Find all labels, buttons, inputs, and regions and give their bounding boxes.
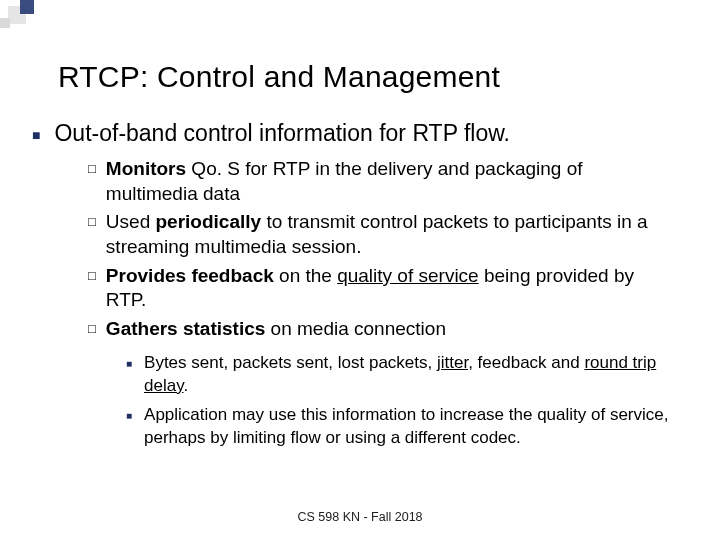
slide-footer: CS 598 KN - Fall 2018 [0, 510, 720, 524]
list-item: ■ Application may use this information t… [126, 404, 674, 450]
slide-body: RTCP: Control and Management ■ Out-of-ba… [0, 0, 720, 450]
slide-title: RTCP: Control and Management [58, 60, 674, 94]
list-item: □ Provides feedback on the quality of se… [88, 264, 674, 313]
decorative-corner [0, 0, 56, 32]
list-item: □ Gathers statistics on media connection [88, 317, 674, 342]
bullet-level2-group: □ Monitors Qo. S for RTP in the delivery… [88, 157, 674, 342]
square-bullet-icon: ■ [126, 357, 132, 398]
hollow-square-icon: □ [88, 214, 96, 259]
bullet-level1: ■ Out-of-band control information for RT… [32, 120, 674, 147]
hollow-square-icon: □ [88, 161, 96, 206]
list-item: □ Monitors Qo. S for RTP in the delivery… [88, 157, 674, 206]
hollow-square-icon: □ [88, 268, 96, 313]
list-item: □ Used periodically to transmit control … [88, 210, 674, 259]
list-item: ■ Bytes sent, packets sent, lost packets… [126, 352, 674, 398]
hollow-square-icon: □ [88, 321, 96, 342]
bullet1-text: Out-of-band control information for RTP … [54, 120, 510, 147]
square-bullet-icon: ■ [126, 409, 132, 450]
square-bullet-icon: ■ [32, 127, 40, 147]
bullet-level3-group: ■ Bytes sent, packets sent, lost packets… [126, 352, 674, 450]
